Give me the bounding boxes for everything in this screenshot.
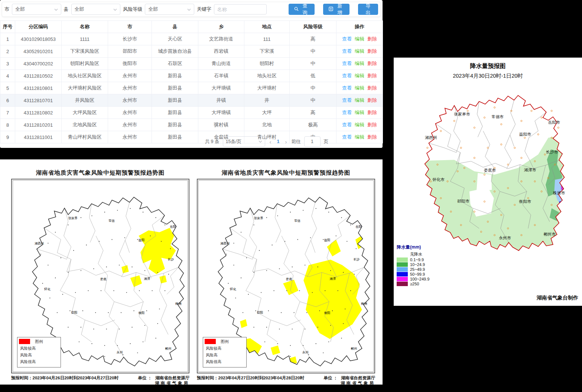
edit-link[interactable]: 编辑 [355,73,364,78]
cell-name: 大坪风险区 [62,107,108,119]
prev-page-button[interactable]: ‹ [269,139,273,145]
county-label-speck [233,265,234,265]
delete-link[interactable]: 删除 [367,85,377,91]
view-link[interactable]: 查看 [342,36,352,42]
delete-link[interactable]: 删除 [367,73,377,78]
page-size-value: 15条/页 [226,139,241,145]
map-city-label: 怀化 [44,287,51,291]
cell-code: 43052910201 [15,45,62,58]
county-label-speck [81,327,81,328]
delete-link[interactable]: 删除 [367,134,377,140]
county-label-speck [354,274,355,275]
view-link[interactable]: 查看 [342,48,352,54]
county-label-speck [68,327,68,328]
map-city-label: 邵阳 [257,311,263,314]
delete-link[interactable]: 删除 [367,48,377,54]
view-link[interactable]: 查看 [342,73,352,78]
trend-map-footer: 预报时间：2023年04月27日20时到2023年04月28日20时 单位 ： … [197,375,375,386]
edit-link[interactable]: 编辑 [355,85,364,91]
cell-city: 永州市 [108,119,152,131]
delete-link[interactable]: 删除 [367,97,377,103]
station-marker-dot [487,147,489,149]
cell-actions: 查看编辑删除 [336,131,383,143]
county-label-speck [57,312,58,313]
forecast-time: 预报时间：2023年04月26日20时到2023年04月27日20时 [11,375,118,386]
county-label-speck [268,310,269,311]
delete-link[interactable]: 删除 [367,61,377,66]
risk-zone-table: 序号 分区编码 名称 市 县 乡 地点 风险等级 操作 143010290180… [0,20,383,143]
page-size-select[interactable]: 15条/页 [223,136,265,147]
county-label-speck [285,241,285,242]
delete-link[interactable]: 删除 [367,110,377,115]
delete-link[interactable]: 删除 [367,122,377,127]
edit-link[interactable]: 编辑 [355,61,364,66]
col-header-town: 乡 [198,21,244,33]
view-link[interactable]: 查看 [342,122,352,127]
county-label-speck [274,290,274,291]
legend-swatch [397,277,408,281]
map-city-label: 岳阳 [170,225,176,229]
edit-link[interactable]: 编辑 [355,122,364,127]
county-label-speck [259,250,260,251]
county-label-speck [323,239,323,240]
edit-link[interactable]: 编辑 [355,36,364,42]
edit-link[interactable]: 编辑 [355,134,364,140]
unit-label: 单位 ： [138,375,152,386]
county-label-speck [144,325,145,326]
edit-link[interactable]: 编辑 [355,110,364,115]
legend-swatch [397,272,408,276]
cell-name: 1111 [62,33,108,45]
edit-link[interactable]: 编辑 [355,48,364,54]
station-marker-dot [501,124,502,125]
next-page-button[interactable]: › [284,139,288,145]
map-city-label: 湘潭 [330,277,336,281]
cell-name: 朝阳村风险区 [62,58,108,70]
query-button-label: 查询 [301,3,309,16]
county-label-speck [137,352,138,353]
unit-line2: 湖南省气象局 [341,381,375,385]
county-label-speck [168,274,169,275]
county-label-speck [279,268,280,269]
cell-county: 新田县 [152,119,198,131]
county-label-speck [323,352,323,353]
export-button[interactable]: 导出 [358,4,378,15]
risk-level-select[interactable]: 全部 [145,4,194,15]
trend-legend: 图例 风险较高 风险高 风险很高 [17,337,61,367]
table-row: 343040700202朝阳村风险区衡阳市石鼓区青山街道朝阳村中查看编辑删除 [0,58,383,70]
view-link[interactable]: 查看 [342,134,352,140]
view-link[interactable]: 查看 [342,85,352,91]
county-label-speck [62,294,63,295]
precip-legend-title: 降水量(mm) [397,244,429,250]
keyword-filter-label: 关键字 [197,6,211,13]
county-label-speck [297,239,298,240]
legend-swatch [397,257,408,262]
county-label-speck [286,290,287,291]
county-label-speck [130,208,131,209]
delete-link[interactable]: 删除 [367,36,377,42]
cell-code: 43112810801 [15,82,62,94]
map-city-label: 郴州市 [544,232,556,236]
add-button[interactable]: 新增 [323,4,349,15]
county-label-speck [157,323,158,324]
col-header-code: 分区编码 [15,21,62,33]
map-city-label: 邵阳市 [457,199,469,203]
county-label-speck [99,241,100,242]
county-select[interactable]: 全部 [71,4,121,15]
view-link[interactable]: 查看 [342,97,352,103]
view-link[interactable]: 查看 [342,61,352,66]
county-label-speck [73,250,74,251]
edit-link[interactable]: 编辑 [355,97,364,103]
county-label-speck [316,343,316,344]
table-row: 743112810802大坪风险区永州市新田县大坪塘镇大坪高查看编辑删除 [0,107,383,119]
view-link[interactable]: 查看 [342,110,352,115]
map-city-label: 常德市 [491,114,504,119]
goto-page-input[interactable] [304,136,321,147]
cell-city: 永州市 [108,70,152,82]
query-button[interactable]: 查询 [289,4,315,15]
county-label-speck [143,341,143,342]
cell-no: 5 [0,82,15,94]
city-select[interactable]: 全部 [12,4,61,15]
keyword-input[interactable] [214,4,267,14]
current-page[interactable]: 1 [276,139,281,144]
county-label-speck [338,290,338,291]
